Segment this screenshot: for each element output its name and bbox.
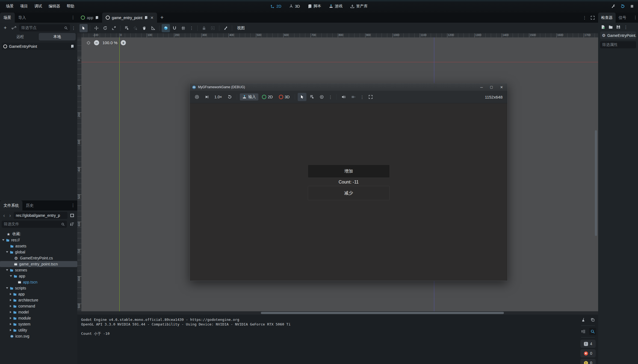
- file-tree-item-command[interactable]: command: [0, 303, 77, 309]
- group-node-button[interactable]: [209, 24, 217, 32]
- file-tree-item-[interactable]: ★收藏:: [0, 231, 77, 237]
- switch-脚本[interactable]: 脚本: [305, 2, 324, 10]
- scene-tab-game-entry-point[interactable]: game_entry_point ✕: [102, 13, 157, 23]
- grid-toggle-button[interactable]: [179, 24, 187, 32]
- tree-arrow-icon[interactable]: [10, 317, 11, 319]
- tree-arrow-icon[interactable]: [6, 251, 8, 253]
- 2d-viewport[interactable]: − 100.0 % + MyGFrameworkGame (DEBUG) ─ ▢…: [81, 37, 598, 334]
- pan-tool-button[interactable]: [140, 24, 148, 32]
- skeleton-options-button[interactable]: [221, 24, 230, 32]
- tree-arrow-icon[interactable]: [10, 299, 11, 301]
- messages-badge[interactable]: ! 4: [580, 340, 596, 348]
- tab-import-dock[interactable]: 导入: [15, 13, 29, 23]
- tree-arrow-icon[interactable]: [6, 287, 8, 289]
- grid-snap-button[interactable]: [170, 24, 179, 32]
- save-resource-icon[interactable]: [616, 25, 621, 29]
- scale-tool-button[interactable]: [110, 24, 118, 32]
- camera-override-button[interactable]: [317, 93, 326, 101]
- pivot-tool-button[interactable]: [131, 24, 140, 32]
- pause-icon[interactable]: [630, 4, 634, 8]
- scene-tab-app[interactable]: app: [77, 13, 102, 23]
- rotate-tool-button[interactable]: [101, 24, 109, 32]
- inspected-node-row[interactable]: ⚙ GameEntryPoint.: [600, 31, 636, 39]
- close-button[interactable]: ✕: [500, 85, 503, 89]
- reload-icon[interactable]: [621, 4, 625, 8]
- switch-2D[interactable]: 2D: [268, 3, 284, 10]
- select-tool-button[interactable]: [79, 24, 88, 32]
- zoom-in-button[interactable]: +: [121, 40, 126, 45]
- hscroll-thumb[interactable]: [261, 312, 504, 314]
- switch-资产库[interactable]: 资产库: [347, 2, 370, 10]
- vertical-scrollbar[interactable]: [594, 37, 598, 311]
- file-tree-item-system[interactable]: system: [0, 321, 77, 327]
- maximize-button[interactable]: ▢: [490, 85, 493, 89]
- scene-dock-menu-icon[interactable]: ⋮: [71, 15, 75, 19]
- nav-back-icon[interactable]: ‹: [2, 213, 7, 218]
- menu-项目[interactable]: 项目: [17, 2, 31, 10]
- suspend-button[interactable]: [193, 93, 201, 101]
- file-tree-item-scenes[interactable]: scenes: [0, 267, 77, 273]
- file-tree-item-utility[interactable]: utility: [0, 327, 77, 333]
- tree-arrow-icon[interactable]: [6, 269, 8, 271]
- filter-files-input[interactable]: 筛选文件: [2, 221, 67, 228]
- tree-arrow-icon[interactable]: [10, 305, 11, 307]
- clear-output-icon[interactable]: [580, 316, 587, 323]
- file-tree-item-res[interactable]: res://: [0, 237, 77, 243]
- new-resource-icon[interactable]: [601, 25, 605, 29]
- file-tree-item-architecture[interactable]: architecture: [0, 297, 77, 303]
- tab-history[interactable]: 历史: [22, 200, 37, 211]
- tree-arrow-icon[interactable]: [10, 293, 11, 295]
- view-menu-button[interactable]: 视图: [234, 25, 247, 32]
- move-tool-button[interactable]: [92, 24, 101, 32]
- search-output-icon[interactable]: [589, 328, 596, 335]
- menu-场景[interactable]: 场景: [3, 2, 17, 10]
- file-tree-item-icon.svg[interactable]: icon.svg: [0, 333, 77, 339]
- 2d-mode-button[interactable]: 2D: [259, 94, 275, 100]
- horizontal-scrollbar[interactable]: [77, 311, 598, 315]
- next-frame-button[interactable]: [202, 93, 211, 101]
- file-tree-item-global[interactable]: global: [0, 249, 77, 255]
- current-path-field[interactable]: res://global/game_entry_p: [14, 212, 67, 219]
- menu-帮助[interactable]: 帮助: [63, 2, 78, 10]
- copy-output-icon[interactable]: [589, 316, 596, 323]
- increase-button[interactable]: 增加: [308, 165, 390, 178]
- restart-icon[interactable]: [225, 93, 234, 101]
- more-options-icon[interactable]: ⋮: [359, 95, 365, 99]
- vscroll-thumb[interactable]: [595, 130, 597, 236]
- center-view-icon[interactable]: [86, 41, 91, 45]
- load-resource-icon[interactable]: [609, 25, 613, 29]
- errors-badge[interactable]: ✕ 0: [580, 349, 596, 357]
- zoom-level[interactable]: 100.0 %: [102, 40, 117, 45]
- instance-scene-icon[interactable]: [10, 24, 17, 31]
- tab-inspector[interactable]: 检查器: [598, 13, 616, 23]
- sort-files-icon[interactable]: [69, 221, 76, 228]
- menu-调试[interactable]: 调试: [31, 2, 45, 10]
- remote-button[interactable]: 远程: [2, 33, 39, 40]
- tree-arrow-icon[interactable]: [10, 323, 11, 325]
- inspector-dock-menu-icon[interactable]: ⋮: [633, 15, 637, 19]
- input-mode-button[interactable]: 输入: [240, 93, 258, 100]
- file-tree-item-module[interactable]: module: [0, 315, 77, 321]
- file-tree-item-app[interactable]: app: [0, 273, 77, 279]
- script-icon[interactable]: [95, 16, 99, 19]
- resource-options-icon[interactable]: ⋮: [624, 25, 628, 29]
- file-tree-item-app[interactable]: app: [0, 291, 77, 297]
- tool-hammer-icon[interactable]: [611, 4, 616, 8]
- tab-filesystem[interactable]: 文件系统: [0, 200, 22, 211]
- new-scene-tab-button[interactable]: +: [157, 14, 167, 21]
- zoom-out-button[interactable]: −: [94, 40, 99, 45]
- tab-scene-dock[interactable]: 场景: [0, 13, 15, 23]
- tree-arrow-icon[interactable]: [10, 311, 11, 313]
- tree-arrow-icon[interactable]: [10, 329, 11, 331]
- local-button[interactable]: 本地: [39, 33, 76, 40]
- file-tree-item-scripts[interactable]: scripts: [0, 285, 77, 291]
- switch-3D[interactable]: 3D: [286, 3, 303, 10]
- pick-node-button[interactable]: [298, 93, 306, 101]
- switch-游戏[interactable]: 游戏: [326, 2, 345, 10]
- smart-snap-button[interactable]: [162, 24, 170, 32]
- 3d-mode-button[interactable]: 3D: [276, 94, 292, 100]
- game-window-titlebar[interactable]: MyGFrameworkGame (DEBUG) ─ ▢ ✕: [190, 83, 507, 91]
- snap-options-icon[interactable]: ⋮: [188, 26, 195, 30]
- speed-multiplier[interactable]: 1.0×: [212, 95, 224, 99]
- tree-arrow-icon[interactable]: [10, 275, 12, 277]
